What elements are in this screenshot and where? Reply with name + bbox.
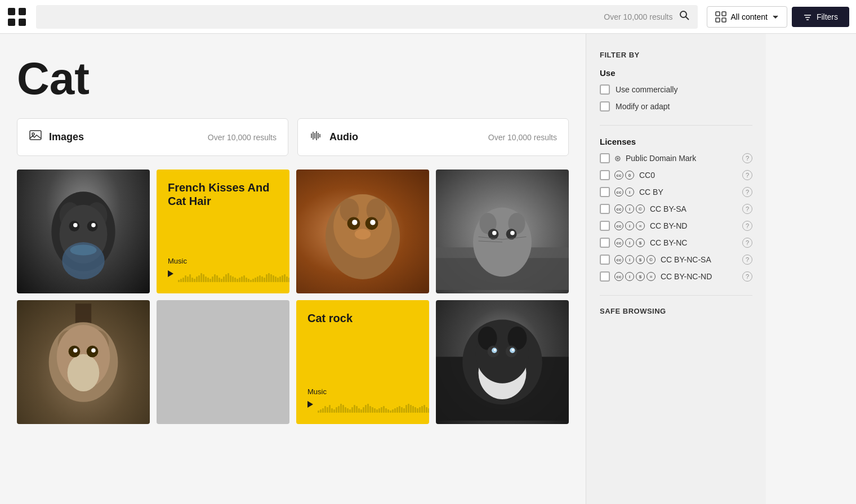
svg-rect-3 (19, 19, 26, 26)
license-ccbync[interactable]: cc i $ CC BY-NC ? (600, 238, 752, 248)
ccbyncsa-help[interactable]: ? (742, 255, 752, 265)
svg-rect-7 (722, 12, 726, 16)
svg-point-14 (32, 133, 34, 135)
ccbynd-help[interactable]: ? (742, 221, 752, 231)
cat-photo-1[interactable] (17, 170, 150, 293)
filters-label: Filters (817, 12, 838, 21)
svg-point-47 (492, 231, 497, 235)
ccbync-checkbox[interactable] (600, 238, 610, 248)
license-ccby[interactable]: cc i CC BY ? (600, 187, 752, 197)
ccbync-icons: cc i $ (614, 238, 645, 247)
ccbysa-help[interactable]: ? (742, 204, 752, 214)
license-ccbyncnd[interactable]: cc i $ = CC BY-NC-ND ? (600, 271, 752, 282)
ccbynd-checkbox[interactable] (600, 221, 610, 231)
category-cards: Images Over 10,000 results (17, 118, 569, 156)
images-count: Over 10,000 results (208, 133, 277, 142)
ccby-help[interactable]: ? (742, 187, 752, 197)
cc0-checkbox[interactable] (600, 170, 610, 180)
svg-rect-2 (8, 19, 15, 26)
audio-label: Audio (329, 131, 358, 143)
images-category-card[interactable]: Images Over 10,000 results (17, 118, 288, 156)
svg-rect-0 (8, 8, 15, 15)
music-item-2[interactable]: Cat rock Music (296, 300, 429, 424)
pdm-label: Public Domain Mark (626, 154, 738, 163)
cat-photo-4[interactable] (17, 300, 150, 424)
music-player-2 (307, 396, 418, 413)
page-title: Cat (17, 56, 569, 101)
use-commercially-filter[interactable]: Use commercially (600, 84, 752, 95)
modify-adapt-filter[interactable]: Modify or adapt (600, 101, 752, 111)
ccby-checkbox[interactable] (600, 187, 610, 197)
cat-photo-5[interactable] (436, 300, 569, 424)
pdm-checkbox[interactable] (600, 153, 610, 163)
modify-adapt-checkbox[interactable] (600, 101, 610, 111)
use-commercially-label: Use commercially (616, 85, 677, 94)
cat-photo-3[interactable] (436, 170, 569, 293)
use-commercially-checkbox[interactable] (600, 84, 610, 95)
svg-point-60 (73, 348, 78, 353)
ccbyncnd-icons: cc i $ = (614, 272, 656, 281)
svg-point-4 (680, 11, 686, 17)
filters-button[interactable]: Filters (792, 7, 849, 27)
ccbyncnd-label: CC BY-NC-ND (661, 272, 738, 281)
music-title-text-1: French Kisses And Cat Hair (168, 181, 278, 208)
use-section-title: Use (600, 68, 752, 78)
audio-icon (309, 129, 323, 145)
logo[interactable] (7, 7, 27, 27)
ccbyncsa-icons: cc i $ © (614, 255, 656, 264)
search-results-count: Over 10,000 results (604, 12, 672, 21)
license-ccbyncsa[interactable]: cc i $ © CC BY-NC-SA ? (600, 255, 752, 265)
modify-adapt-label: Modify or adapt (616, 102, 670, 111)
waveform-1 (178, 265, 289, 282)
svg-point-37 (352, 220, 357, 225)
music-type-1: Music (168, 257, 278, 265)
license-pdm[interactable]: ⊛ Public Domain Mark ? (600, 153, 752, 163)
music-item-1[interactable]: French Kisses And Cat Hair Music (157, 170, 289, 293)
audio-card-left: Audio (309, 129, 358, 145)
pdm-icons: ⊛ (614, 154, 621, 163)
audio-count: Over 10,000 results (488, 133, 557, 142)
licenses-title: Licenses (600, 137, 752, 146)
svg-point-48 (510, 231, 515, 235)
results-grid: French Kisses And Cat Hair Music (17, 170, 569, 424)
filter-by-title: FILTER BY (600, 51, 752, 59)
licenses-section: Licenses ⊛ Public Domain Mark ? cc 0 CC0… (600, 137, 752, 282)
ccbysa-icons: cc i © (614, 204, 645, 213)
svg-point-38 (370, 220, 375, 225)
svg-rect-8 (716, 18, 720, 22)
svg-rect-13 (30, 131, 41, 140)
image-icon (29, 129, 42, 145)
music-type-2: Music (307, 387, 418, 396)
license-ccbysa[interactable]: cc i © CC BY-SA ? (600, 204, 752, 214)
play-button-2[interactable] (307, 401, 313, 408)
ccbyncnd-checkbox[interactable] (600, 271, 610, 282)
license-cc0[interactable]: cc 0 CC0 ? (600, 170, 752, 180)
license-ccbynd[interactable]: cc i = CC BY-ND ? (600, 221, 752, 231)
ccbysa-checkbox[interactable] (600, 204, 610, 214)
pdm-help[interactable]: ? (742, 153, 752, 163)
cat-photo-grey[interactable] (157, 300, 289, 424)
search-button[interactable] (679, 10, 690, 24)
music-meta-2: Music (307, 387, 418, 413)
divider-2 (600, 295, 752, 296)
ccbync-help[interactable]: ? (742, 238, 752, 248)
search-input[interactable]: cat (44, 12, 604, 22)
cc0-help[interactable]: ? (742, 170, 752, 180)
chevron-down-icon (772, 14, 779, 20)
ccbyncsa-checkbox[interactable] (600, 255, 610, 265)
divider-1 (600, 125, 752, 126)
cat-photo-2[interactable] (296, 170, 429, 293)
audio-category-card[interactable]: Audio Over 10,000 results (297, 118, 569, 156)
music-title-text-2: Cat rock (307, 311, 418, 325)
music-title-1: French Kisses And Cat Hair (168, 181, 278, 208)
play-button-1[interactable] (168, 270, 173, 277)
svg-point-57 (68, 354, 100, 391)
svg-rect-6 (716, 12, 720, 16)
main-content: Cat Images Over 10,000 results (0, 34, 586, 504)
content-type-button[interactable]: All content (707, 6, 787, 28)
ccbyncnd-help[interactable]: ? (742, 271, 752, 282)
sidebar: FILTER BY Use Use commercially Modify or… (586, 34, 766, 504)
svg-point-39 (355, 229, 371, 239)
svg-line-5 (685, 17, 689, 20)
svg-point-61 (91, 348, 96, 353)
